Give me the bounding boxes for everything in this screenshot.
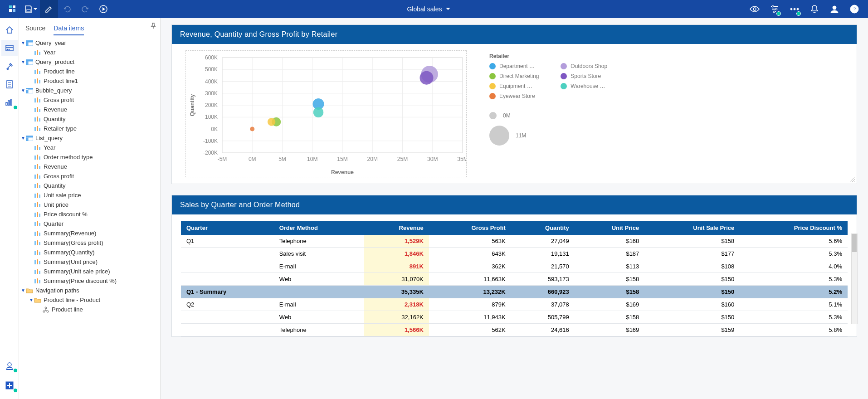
svg-rect-73	[37, 174, 38, 179]
table-header[interactable]: Quantity	[511, 221, 575, 235]
tree-item[interactable]: Summary(Revenue)	[19, 229, 158, 238]
home-icon[interactable]	[1, 22, 18, 38]
data-items-tree: ▼Query_yearYear▼Query_productProduct lin…	[19, 35, 160, 399]
chart-title: Revenue, Quantity and Gross Profit by Re…	[172, 25, 857, 44]
table-row[interactable]: Telephone1,566K562K24,616$169$1595.8%	[181, 324, 848, 336]
table-header[interactable]: Quarter	[181, 221, 274, 235]
tree-item[interactable]: Summary(Unit price)	[19, 257, 158, 267]
undo-button[interactable]	[58, 0, 76, 18]
svg-rect-34	[37, 50, 38, 55]
redo-button[interactable]	[76, 0, 94, 18]
report-title: Global sales	[407, 5, 442, 13]
legend-item[interactable]: Department …	[489, 63, 539, 69]
measure-icon	[34, 78, 42, 84]
data-icon[interactable]	[1, 40, 18, 56]
table-header[interactable]: Unit Sale Price	[644, 221, 740, 235]
tree-item[interactable]: Summary(Gross profit)	[19, 238, 158, 248]
legend-item[interactable]: Sports Store	[561, 73, 607, 79]
tree-item[interactable]: Order method type	[19, 152, 158, 162]
more-button[interactable]	[785, 0, 805, 18]
legend-item[interactable]: Outdoors Shop	[561, 63, 607, 69]
bubble-point[interactable]	[268, 118, 276, 126]
svg-rect-92	[39, 233, 40, 236]
legend-item[interactable]: Equipment …	[489, 83, 539, 89]
tree-item[interactable]: Summary(Price discount %)	[19, 276, 158, 286]
run-button[interactable]	[94, 0, 112, 18]
measure-icon	[34, 145, 42, 151]
preview-button[interactable]	[745, 0, 765, 18]
svg-rect-53	[39, 109, 40, 112]
table-row[interactable]: Q1Telephone1,529K563K27,049$168$1585.6%	[181, 235, 848, 248]
tree-item[interactable]: Price discount %	[19, 209, 158, 219]
table-row[interactable]: E-mail891K362K21,570$113$1084.0%	[181, 260, 848, 273]
svg-rect-33	[34, 51, 36, 55]
save-button[interactable]	[22, 0, 40, 18]
legend-item[interactable]: Eyewear Store	[489, 93, 539, 99]
svg-rect-57	[34, 127, 36, 131]
tree-nav-leaf[interactable]: Product line	[19, 305, 158, 314]
tree-query-q_list[interactable]: ▼List_query	[19, 133, 158, 143]
report-icon[interactable]	[1, 76, 18, 92]
tree-item[interactable]: Summary(Quantity)	[19, 248, 158, 257]
add-icon[interactable]	[1, 377, 18, 394]
tree-item[interactable]: Year	[19, 48, 158, 57]
tree-item[interactable]: Product line	[19, 67, 158, 76]
tree-query-q_product[interactable]: ▼Query_product	[19, 57, 158, 67]
table-row[interactable]: Q1 - Summary35,335K13,232K660,923$158$15…	[181, 286, 848, 298]
table-header[interactable]: Revenue	[364, 221, 429, 235]
sales-table[interactable]: QuarterOrder MethodRevenueGross ProfitQu…	[181, 221, 848, 336]
visualize-icon[interactable]	[1, 94, 18, 111]
table-header[interactable]: Gross Profit	[429, 221, 511, 235]
tab-source[interactable]: Source	[25, 22, 45, 35]
table-row[interactable]: Web31,070K11,663K593,173$158$1505.3%	[181, 273, 848, 286]
bubble-point[interactable]	[313, 107, 324, 118]
tree-query-q_year[interactable]: ▼Query_year	[19, 38, 158, 48]
tree-item[interactable]: Gross profit	[19, 171, 158, 181]
table-row[interactable]: Q2E-mail2,318K879K37,078$169$1605.1%	[181, 298, 848, 311]
legend-item[interactable]: Direct Marketing	[489, 73, 539, 79]
table-header[interactable]: Price Discount %	[740, 221, 848, 235]
bubble-chart[interactable]: -5M0M5M10M15M20M25M30M35M-200K-100K0K100…	[185, 50, 467, 177]
legend-item[interactable]: Warehouse …	[561, 83, 607, 89]
tree-item[interactable]: Gross profit	[19, 95, 158, 105]
help-button[interactable]: ?	[844, 0, 864, 18]
tree-item[interactable]: Unit sale price	[19, 190, 158, 200]
table-row[interactable]: Web32,162K11,943K505,799$158$1505.3%	[181, 311, 848, 324]
user-button[interactable]	[824, 0, 844, 18]
tree-item[interactable]: Quantity	[19, 114, 158, 124]
tree-item[interactable]: Retailer type	[19, 124, 158, 133]
filters-button[interactable]	[765, 0, 785, 18]
edit-button[interactable]	[40, 0, 58, 18]
table-row[interactable]: Sales visit1,846K643K19,131$187$1775.3%	[181, 248, 848, 260]
tree-item[interactable]: Revenue	[19, 162, 158, 171]
tree-item[interactable]: Unit price	[19, 200, 158, 209]
table-scrollbar[interactable]	[851, 234, 858, 324]
tree-item[interactable]: Quarter	[19, 219, 158, 229]
bubble-point[interactable]	[250, 127, 254, 131]
measure-icon	[34, 249, 42, 256]
svg-rect-38	[28, 61, 33, 65]
build-icon[interactable]	[1, 58, 18, 74]
tree-item[interactable]: Revenue	[19, 105, 158, 114]
resize-handle-icon[interactable]	[848, 175, 855, 182]
table-header[interactable]: Unit Price	[575, 221, 645, 235]
app-menu-icon[interactable]	[4, 0, 22, 18]
tree-nav-child[interactable]: ▼Product line - Product	[19, 295, 158, 305]
measure-icon	[34, 211, 42, 218]
measure-icon	[34, 164, 42, 170]
tree-item[interactable]: Year	[19, 143, 158, 152]
svg-point-13	[833, 6, 836, 10]
svg-rect-102	[34, 270, 36, 274]
tree-item[interactable]: Product line1	[19, 76, 158, 86]
tree-query-q_bubble[interactable]: ▼Bubble_query	[19, 86, 158, 95]
tree-item[interactable]: Quantity	[19, 181, 158, 190]
tab-data-items[interactable]: Data items	[54, 22, 84, 35]
bubble-point[interactable]	[420, 71, 434, 85]
validate-icon[interactable]	[1, 357, 18, 374]
pin-icon[interactable]	[150, 23, 156, 31]
table-header[interactable]: Order Method	[274, 221, 364, 235]
tree-nav-folder[interactable]: ▼Navigation paths	[19, 286, 158, 295]
tree-item[interactable]: Summary(Unit sale price)	[19, 267, 158, 276]
notifications-button[interactable]	[805, 0, 824, 18]
report-title-dropdown[interactable]: Global sales	[112, 5, 745, 13]
